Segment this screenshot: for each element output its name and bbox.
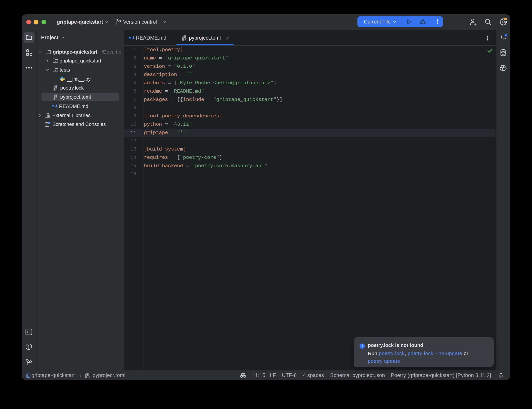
svg-text:M: M xyxy=(128,36,132,40)
svg-text:M: M xyxy=(52,104,55,108)
svg-text:[T]: [T] xyxy=(86,375,90,378)
svg-text:[T]: [T] xyxy=(184,38,187,41)
svg-text:[T]: [T] xyxy=(55,97,58,100)
svg-text:[T]: [T] xyxy=(55,88,58,91)
